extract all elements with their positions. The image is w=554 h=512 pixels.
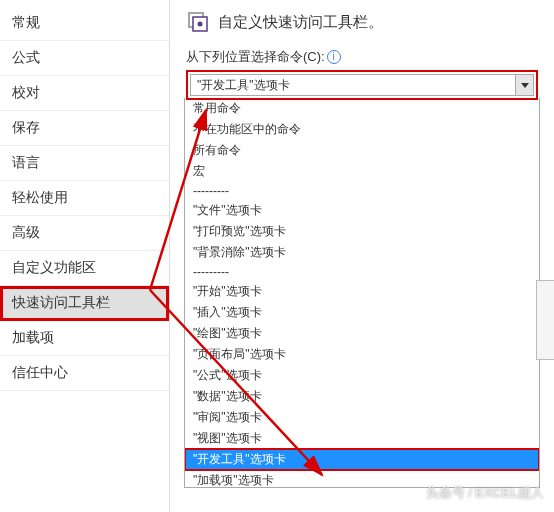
dropdown-option[interactable]: "打印预览"选项卡 <box>185 221 539 242</box>
dropdown-option[interactable]: 宏 <box>185 161 539 182</box>
dropdown-option[interactable]: 不在功能区中的命令 <box>185 119 539 140</box>
dropdown-option[interactable]: "审阅"选项卡 <box>185 407 539 428</box>
dropdown-option[interactable]: "文件"选项卡 <box>185 200 539 221</box>
main-panel: 自定义快速访问工具栏。 从下列位置选择命令(C): i "开发工具"选项卡 常用… <box>170 0 554 512</box>
svg-point-2 <box>198 22 203 27</box>
dropdown-option[interactable]: "开始"选项卡 <box>185 281 539 302</box>
sidebar-item-10[interactable]: 信任中心 <box>0 356 169 391</box>
dropdown-option[interactable]: "页面布局"选项卡 <box>185 344 539 365</box>
sidebar-item-7[interactable]: 自定义功能区 <box>0 251 169 286</box>
commands-from-dropdown-list[interactable]: 常用命令不在功能区中的命令所有命令宏---------"文件"选项卡"打印预览"… <box>184 98 540 488</box>
sidebar-item-0[interactable]: 常规 <box>0 6 169 41</box>
sidebar-item-8[interactable]: 快速访问工具栏 <box>0 286 169 321</box>
dropdown-option[interactable]: 常用命令 <box>185 98 539 119</box>
options-dialog: 常规公式校对保存语言轻松使用高级自定义功能区快速访问工具栏加载项信任中心 自定义… <box>0 0 554 512</box>
choose-commands-label: 从下列位置选择命令(C): i <box>186 48 538 66</box>
dropdown-option[interactable]: 所有命令 <box>185 140 539 161</box>
sidebar-item-6[interactable]: 高级 <box>0 216 169 251</box>
panel-title: 自定义快速访问工具栏。 <box>218 13 383 32</box>
sidebar-item-1[interactable]: 公式 <box>0 41 169 76</box>
dropdown-option[interactable]: "插入"选项卡 <box>185 302 539 323</box>
quick-access-icon <box>186 10 210 34</box>
sidebar-item-3[interactable]: 保存 <box>0 111 169 146</box>
chevron-down-icon[interactable] <box>515 75 533 95</box>
dropdown-option[interactable]: "数据"选项卡 <box>185 386 539 407</box>
dropdown-option[interactable]: "公式"选项卡 <box>185 365 539 386</box>
commands-from-dropdown[interactable]: "开发工具"选项卡 <box>190 74 534 96</box>
dropdown-option[interactable]: "开发工具"选项卡 <box>185 449 539 470</box>
dropdown-option[interactable]: "视图"选项卡 <box>185 428 539 449</box>
dropdown-option[interactable]: --------- <box>185 263 539 281</box>
sidebar-item-4[interactable]: 语言 <box>0 146 169 181</box>
sidebar-item-2[interactable]: 校对 <box>0 76 169 111</box>
sidebar-item-9[interactable]: 加载项 <box>0 321 169 356</box>
commands-from-dropdown-highlight: "开发工具"选项卡 <box>186 70 538 100</box>
secondary-list-scrollbar[interactable] <box>536 280 554 360</box>
watermark-text: 头条号 / EXCEL超人 <box>426 484 544 502</box>
dropdown-option[interactable]: --------- <box>185 182 539 200</box>
info-icon[interactable]: i <box>327 50 341 64</box>
dropdown-option[interactable]: "绘图"选项卡 <box>185 323 539 344</box>
title-row: 自定义快速访问工具栏。 <box>186 10 538 34</box>
dropdown-option[interactable]: "背景消除"选项卡 <box>185 242 539 263</box>
category-sidebar: 常规公式校对保存语言轻松使用高级自定义功能区快速访问工具栏加载项信任中心 <box>0 0 170 512</box>
sidebar-item-5[interactable]: 轻松使用 <box>0 181 169 216</box>
dropdown-selected-text: "开发工具"选项卡 <box>191 77 515 94</box>
